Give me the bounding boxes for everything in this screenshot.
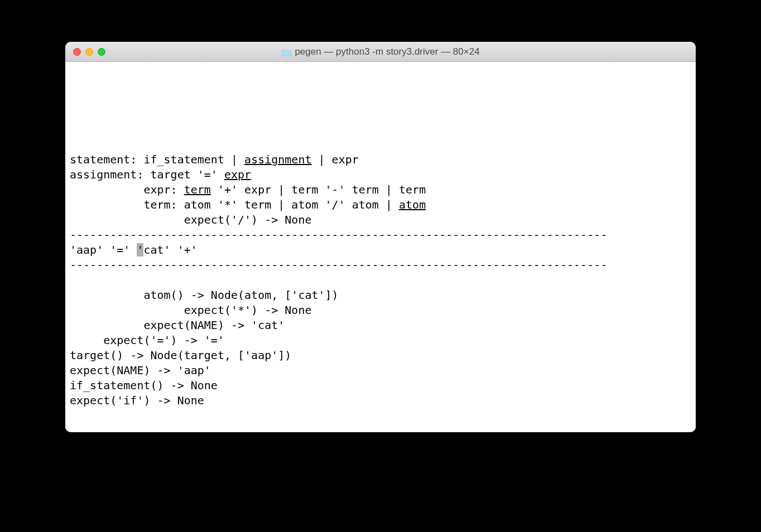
rule-highlight: expr — [224, 168, 251, 181]
close-button[interactable] — [73, 48, 81, 56]
trace-line: expect('=') -> '=' — [70, 333, 224, 347]
trace-line: if_statement() -> None — [70, 379, 218, 392]
divider-line: ----------------------------------------… — [70, 228, 607, 241]
window-title: pegen — python3 -m story3.driver — 80×24 — [295, 46, 479, 57]
grammar-line: assignment: target '=' expr — [70, 168, 251, 181]
trace-line: expect('*') -> None — [70, 303, 311, 317]
trace-line: atom() -> Node(atom, ['cat']) — [70, 288, 339, 302]
grammar-line: term: atom '*' term | atom '/' atom | at… — [70, 198, 426, 211]
terminal-window: pegen — python3 -m story3.driver — 80×24… — [65, 42, 696, 432]
window-title-container: pegen — python3 -m story3.driver — 80×24 — [281, 46, 479, 57]
rule-highlight: atom — [399, 198, 426, 211]
grammar-line: statement: if_statement | assignment | e… — [70, 153, 359, 166]
rule-highlight: term — [184, 183, 211, 196]
trace-line: expect('if') -> None — [70, 394, 204, 407]
terminal-content[interactable]: statement: if_statement | assignment | e… — [65, 62, 696, 432]
minimize-button[interactable] — [85, 48, 93, 56]
terminal-line: expect('/') -> None — [70, 213, 311, 226]
traffic-lights — [73, 48, 105, 56]
trace-line: target() -> Node(target, ['aap']) — [70, 349, 291, 362]
grammar-line: expr: term '+' expr | term '-' term | te… — [70, 183, 426, 196]
titlebar[interactable]: pegen — python3 -m story3.driver — 80×24 — [65, 42, 696, 62]
maximize-button[interactable] — [98, 48, 105, 56]
rule-highlight: assignment — [244, 153, 311, 166]
tokens-line: 'aap' '=' 'cat' '+' — [70, 243, 198, 257]
divider-line: ----------------------------------------… — [70, 258, 607, 272]
trace-line: expect(NAME) -> 'cat' — [70, 318, 285, 332]
trace-line: expect(NAME) -> 'aap' — [70, 364, 211, 377]
cursor: ' — [137, 243, 143, 257]
folder-icon — [281, 48, 291, 56]
